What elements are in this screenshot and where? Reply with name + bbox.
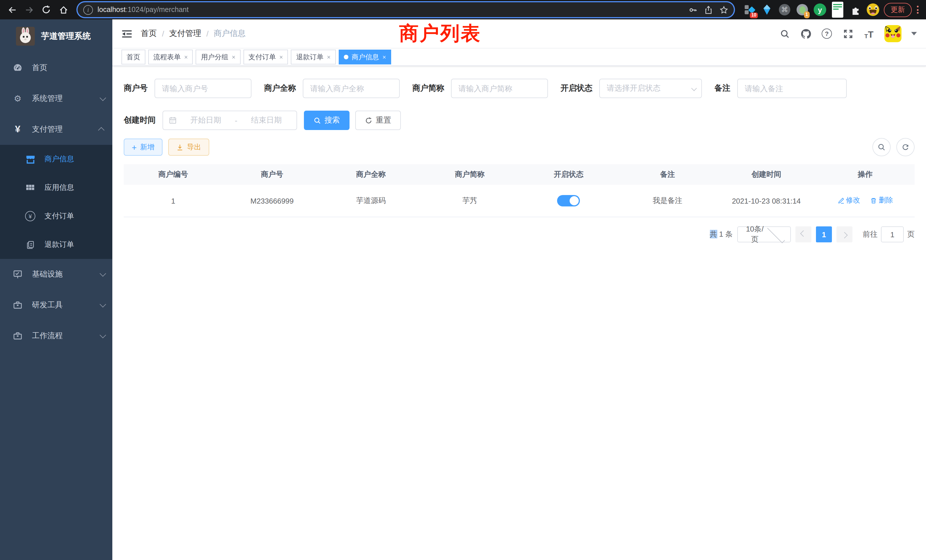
start-date-placeholder: 开始日期 [181, 115, 230, 126]
sidebar-item-app-info[interactable]: 应用信息 [0, 173, 112, 202]
extension-gem-icon[interactable] [761, 3, 773, 16]
sidebar-item-pay-order[interactable]: ¥ 支付订单 [0, 202, 112, 230]
tab-home[interactable]: 首页 [121, 50, 145, 64]
create-time-label: 创建时间 [124, 115, 156, 126]
tab-refund-order[interactable]: 退款订单× [291, 50, 336, 64]
github-icon[interactable] [800, 28, 811, 39]
page-number-1[interactable]: 1 [816, 226, 832, 242]
extension-doc-icon[interactable] [831, 3, 844, 16]
header-search-icon[interactable] [779, 28, 790, 39]
site-info-icon[interactable]: i [83, 5, 93, 15]
col-full-name: 商户全称 [322, 164, 421, 185]
tab-user-group[interactable]: 用户分组× [196, 50, 241, 64]
full-name-label: 商户全称 [264, 83, 296, 94]
tab-close-icon[interactable]: × [279, 54, 283, 61]
payment-submenu: 商户信息 应用信息 ¥ 支付订单 退款订单 [0, 145, 112, 259]
share-icon[interactable] [704, 5, 713, 14]
sidebar-item-refund-order[interactable]: 退款订单 [0, 230, 112, 259]
col-merchant-no: 商户号 [222, 164, 322, 185]
edit-link[interactable]: 修改 [837, 196, 860, 206]
browser-reload-icon[interactable] [39, 2, 54, 17]
browser-back-icon[interactable] [5, 2, 20, 17]
export-button[interactable]: 导出 [168, 139, 209, 156]
prev-page-button[interactable] [796, 226, 811, 242]
browser-update-button[interactable]: 更新 [884, 3, 912, 17]
next-page-button[interactable] [837, 226, 852, 242]
sidebar-item-home[interactable]: 首页 [0, 53, 112, 83]
cell-created-at: 2021-10-23 08:31:14 [717, 185, 816, 217]
extension-blocks-icon[interactable]: 10 [743, 3, 755, 16]
merchant-no-label: 商户号 [124, 83, 148, 94]
password-key-icon[interactable] [689, 5, 698, 14]
extension-area: 10 ⌘ 1 y [741, 3, 882, 16]
page-size-select[interactable]: 10条/页 [737, 226, 791, 242]
create-time-range-picker[interactable]: 开始日期 - 结束日期 [162, 110, 297, 130]
tab-close-icon[interactable]: × [184, 54, 188, 61]
extension-command-icon[interactable]: ⌘ [778, 3, 791, 16]
goto-page-input[interactable] [881, 226, 904, 242]
yen-icon: ¥ [12, 124, 23, 135]
tab-close-icon[interactable]: × [327, 54, 331, 61]
active-tab-dot [344, 55, 348, 59]
app-logo-row[interactable]: 芋道管理系统 [0, 20, 112, 53]
show-search-toggle-button[interactable] [872, 138, 891, 156]
fullscreen-icon[interactable] [842, 28, 853, 39]
delete-link[interactable]: 删除 [870, 196, 893, 206]
breadcrumb: 首页 / 支付管理 / 商户信息 [141, 29, 246, 39]
browser-forward-icon[interactable] [22, 2, 36, 17]
extension-circle-icon[interactable]: 1 [796, 3, 808, 16]
col-status: 开启状态 [519, 164, 618, 185]
tab-merchant-info-active[interactable]: 商户信息× [339, 50, 392, 64]
merchant-no-input[interactable] [154, 79, 251, 98]
chevron-down-icon [100, 332, 106, 339]
address-bar[interactable]: i localhost:1024/pay/merchant [77, 2, 734, 17]
pagination-total: 共 1 条 [710, 229, 733, 239]
screen: i localhost:1024/pay/merchant 10 ⌘ 1 [0, 0, 926, 560]
user-avatar[interactable] [884, 25, 902, 42]
extension-puzzle-icon[interactable] [849, 3, 862, 16]
reset-button[interactable]: 重置 [355, 110, 401, 130]
col-short-name: 商户简称 [420, 164, 519, 185]
extension-y-icon[interactable]: y [814, 3, 826, 16]
sidebar-item-merchant-info[interactable]: 商户信息 [0, 145, 112, 173]
sidebar-fold-icon[interactable] [121, 28, 133, 39]
tab-close-icon[interactable]: × [232, 54, 236, 61]
sidebar-item-dev-tools[interactable]: 研发工具 [0, 290, 112, 321]
sidebar-item-infrastructure[interactable]: 基础设施 [0, 259, 112, 290]
browser-toolbar: i localhost:1024/pay/merchant 10 ⌘ 1 [0, 0, 926, 20]
sidebar-item-system[interactable]: ⚙ 系统管理 [0, 83, 112, 114]
tab-close-icon[interactable]: × [383, 54, 386, 61]
help-icon[interactable]: ? [821, 28, 832, 39]
browser-home-icon[interactable] [56, 2, 71, 17]
gear-icon: ⚙ [12, 94, 23, 104]
cell-full-name: 芋道源码 [322, 185, 421, 217]
search-button[interactable]: 搜索 [304, 110, 350, 130]
short-name-label: 商户简称 [412, 83, 444, 94]
table-header-row: 商户编号 商户号 商户全称 商户简称 开启状态 备注 创建时间 操作 [124, 164, 915, 185]
cell-merchant-no: M233666999 [222, 185, 322, 217]
refresh-table-button[interactable] [896, 138, 915, 156]
sidebar-item-workflow[interactable]: 工作流程 [0, 321, 112, 351]
extension-emoji-icon[interactable] [867, 3, 879, 16]
add-button[interactable]: + 新增 [124, 139, 162, 156]
font-size-icon[interactable]: TT [863, 28, 875, 39]
bookmark-star-icon[interactable] [720, 5, 728, 14]
tab-pay-order[interactable]: 支付订单× [244, 50, 288, 64]
status-select[interactable]: 请选择开启状态 [599, 79, 702, 98]
search-form: 商户号 商户全称 商户简称 开启状态 请选择开启状态 [124, 79, 915, 130]
status-toggle-on[interactable] [557, 195, 580, 206]
pagination: 共 1 条 10条/页 1 前往 页 [124, 226, 915, 242]
browser-menu-icon[interactable] [914, 6, 921, 14]
full-name-input[interactable] [303, 79, 400, 98]
short-name-input[interactable] [451, 79, 548, 98]
breadcrumb-home[interactable]: 首页 [141, 29, 157, 39]
cell-short-name: 芋艿 [420, 185, 519, 217]
sidebar-item-payment[interactable]: ¥ 支付管理 [0, 114, 112, 145]
tab-process-form[interactable]: 流程表单× [148, 50, 193, 64]
remark-input[interactable] [737, 79, 847, 98]
chevron-down-icon [691, 85, 697, 91]
avatar-caret-icon[interactable] [911, 32, 917, 35]
col-actions: 操作 [816, 164, 915, 185]
dashboard-icon [12, 63, 23, 73]
url-text[interactable]: localhost:1024/pay/merchant [97, 6, 684, 14]
